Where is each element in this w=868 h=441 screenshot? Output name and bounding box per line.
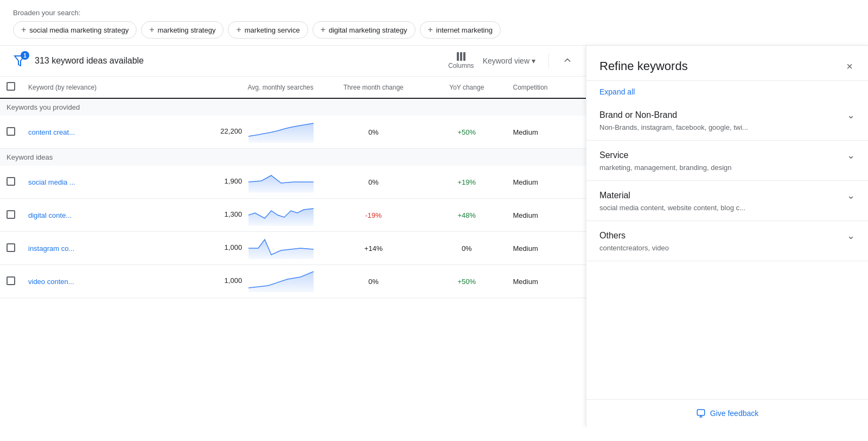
expand-all-link[interactable]: Expand all (586, 81, 868, 100)
table-row: video conten... 1,000 0% +50% Medium (0, 265, 586, 298)
section-ideas: Keyword ideas (0, 149, 586, 166)
competition-cell: Medium (507, 166, 586, 199)
three-month-cell: -19% (320, 199, 427, 232)
refine-item-2[interactable]: Material ⌄ social media content, website… (586, 181, 868, 221)
keyword-cell: content creat... (22, 116, 165, 149)
refine-list: Brand or Non-Brand ⌄ Non-Brands, instagr… (586, 100, 868, 399)
filter-badge: 1 (21, 51, 29, 60)
header-competition: Competition (507, 77, 586, 98)
row-checkbox[interactable] (7, 243, 15, 252)
panel-footer: Give feedback (586, 399, 868, 427)
table-row: digital conte... 1,300 -19% +48% Medium (0, 199, 586, 232)
panel-close-button[interactable]: × (844, 59, 855, 74)
refine-item-3[interactable]: Others ⌄ contentcreators, video (586, 221, 868, 261)
feedback-button[interactable]: Give feedback (696, 408, 759, 418)
avg-monthly-cell: 1,900 (165, 166, 320, 199)
table-row: content creat... 22,200 0% +50% Medium (0, 116, 586, 149)
columns-button[interactable]: Columns (448, 52, 474, 70)
columns-label: Columns (448, 62, 474, 70)
broaden-label: Broaden your search: (13, 9, 855, 17)
feedback-label: Give feedback (710, 409, 759, 418)
refine-item-subtitle: Non-Brands, instagram, facebook, google,… (599, 123, 855, 131)
row-checkbox[interactable] (7, 276, 15, 285)
broaden-chip[interactable]: +social media marketing strategy (13, 21, 137, 39)
avg-monthly-cell: 22,200 (165, 116, 320, 149)
competition-cell: Medium (507, 265, 586, 298)
keyword-cell: digital conte... (22, 199, 165, 232)
refine-item-0[interactable]: Brand or Non-Brand ⌄ Non-Brands, instagr… (586, 100, 868, 141)
refine-item-title: Others (599, 231, 626, 241)
columns-icon (457, 52, 465, 61)
yoy-cell: +19% (427, 166, 506, 199)
yoy-cell: 0% (427, 232, 506, 265)
chevron-down-icon: ▾ (532, 56, 535, 65)
svg-rect-1 (697, 410, 705, 415)
yoy-cell: +50% (427, 265, 506, 298)
broaden-chip[interactable]: +marketing service (228, 21, 308, 39)
plus-icon: + (149, 25, 154, 35)
refine-item-subtitle: social media content, website content, b… (599, 204, 855, 212)
table-section: 1 313 keyword ideas available Columns Ke… (0, 46, 586, 427)
broaden-search-area: Broaden your search: +social media marke… (0, 0, 868, 46)
yoy-cell: +50% (427, 116, 506, 149)
row-checkbox[interactable] (7, 127, 15, 136)
keyword-cell: instagram co... (22, 232, 165, 265)
panel-header: Refine keywords × (586, 46, 868, 81)
view-label: Keyword view (483, 56, 529, 65)
three-month-cell: 0% (320, 116, 427, 149)
three-month-cell: 0% (320, 265, 427, 298)
plus-icon: + (321, 25, 326, 35)
broaden-chips: +social media marketing strategy+marketi… (13, 21, 855, 39)
section-label: Keywords you provided (0, 98, 586, 116)
select-all-checkbox[interactable] (7, 82, 15, 91)
refine-item-subtitle: contentcreators, video (599, 244, 855, 252)
table-row: instagram co... 1,000 +14% 0% Medium (0, 232, 586, 265)
keyword-count: 313 keyword ideas available (35, 56, 439, 66)
competition-cell: Medium (507, 116, 586, 149)
three-month-cell: 0% (320, 166, 427, 199)
toolbar: 1 313 keyword ideas available Columns Ke… (0, 46, 586, 77)
plus-icon: + (428, 25, 433, 35)
section-label: Keyword ideas (0, 149, 586, 166)
refine-item-title: Brand or Non-Brand (599, 110, 677, 120)
refine-item-subtitle: marketing, management, branding, design (599, 163, 855, 172)
three-month-cell: +14% (320, 232, 427, 265)
chevron-down-icon: ⌄ (847, 190, 855, 201)
refine-panel: Refine keywords × Expand all Brand or No… (586, 46, 868, 427)
competition-cell: Medium (507, 199, 586, 232)
yoy-cell: +48% (427, 199, 506, 232)
avg-monthly-cell: 1,300 (165, 199, 320, 232)
header-avg-monthly: Avg. monthly searches (165, 77, 320, 98)
filter-button[interactable]: 1 (13, 54, 26, 67)
plus-icon: + (236, 25, 241, 35)
keyword-cell: video conten... (22, 265, 165, 298)
collapse-button[interactable] (562, 55, 573, 67)
keywords-table: Keyword (by relevance) Avg. monthly sear… (0, 77, 586, 298)
table-row: social media ... 1,900 0% +19% Medium (0, 166, 586, 199)
competition-cell: Medium (507, 232, 586, 265)
refine-item-title: Material (599, 191, 630, 200)
broaden-chip[interactable]: +internet marketing (420, 21, 501, 39)
chevron-down-icon: ⌄ (847, 230, 855, 242)
row-checkbox[interactable] (7, 177, 15, 186)
avg-monthly-cell: 1,000 (165, 265, 320, 298)
refine-item-1[interactable]: Service ⌄ marketing, management, brandin… (586, 141, 868, 181)
broaden-chip[interactable]: +marketing strategy (141, 21, 224, 39)
keyword-view-dropdown[interactable]: Keyword view ▾ (483, 56, 535, 65)
table-scroll[interactable]: Keyword (by relevance) Avg. monthly sear… (0, 77, 586, 427)
keyword-cell: social media ... (22, 166, 165, 199)
header-keyword: Keyword (by relevance) (22, 77, 165, 98)
panel-title: Refine keywords (599, 59, 688, 73)
main-area: 1 313 keyword ideas available Columns Ke… (0, 46, 868, 427)
avg-monthly-cell: 1,000 (165, 232, 320, 265)
toolbar-divider (548, 53, 549, 68)
header-three-month: Three month change (320, 77, 427, 98)
refine-item-title: Service (599, 150, 628, 160)
chevron-down-icon: ⌄ (847, 149, 855, 161)
row-checkbox[interactable] (7, 210, 15, 219)
header-yoy: YoY change (427, 77, 506, 98)
chevron-down-icon: ⌄ (847, 109, 855, 121)
broaden-chip[interactable]: +digital marketing strategy (312, 21, 416, 39)
plus-icon: + (21, 25, 26, 35)
section-provided: Keywords you provided (0, 98, 586, 116)
